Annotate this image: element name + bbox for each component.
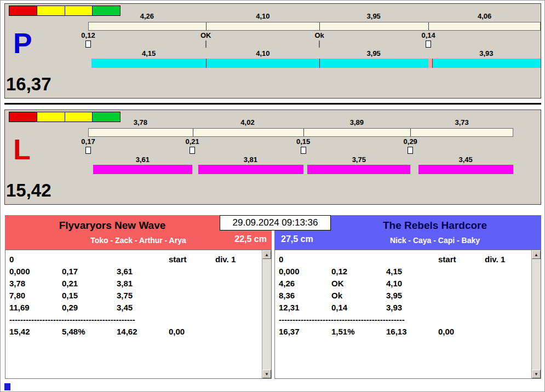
leg-segment (198, 165, 303, 174)
cell-exchange: 0,12 (331, 267, 386, 279)
cell-exchange: 0,17 (62, 267, 117, 279)
cell-leg: 4,15 (386, 267, 438, 279)
cell-zero: 0 (279, 255, 331, 267)
cell-leg: 3,75 (117, 291, 169, 303)
table-divider: ----------------------------------------… (279, 315, 527, 327)
exchange-marker-box (85, 147, 91, 154)
split-row: 7,80 0,15 3,75 (9, 291, 257, 303)
section-divider (4, 103, 541, 105)
table-header-row: 0 start div. 1 (279, 255, 527, 267)
split-time-label: 4,06 (478, 12, 491, 20)
bar-divider-tick (410, 129, 411, 136)
p-lane-panel: P 4,26 4,10 3,95 4,06 0,12 OK Ok 0,14 4,… (4, 3, 541, 99)
p-total-time: 16,37 (6, 74, 51, 95)
leg-segment (91, 59, 206, 68)
l-leg-bar (88, 165, 513, 174)
cell-leg: 3,93 (386, 303, 438, 315)
cell-cumulative: 0,000 (279, 267, 331, 279)
leg-time-label: 3,45 (458, 155, 472, 164)
l-split-bar (88, 128, 513, 137)
split-time-label: 4,02 (240, 118, 254, 126)
cell-leg: 3,61 (117, 267, 169, 279)
l-track: 3,78 4,02 3,89 3,73 0,17 0,21 0,15 0,29 … (88, 110, 513, 204)
cell-leg-sum: 14,62 (117, 327, 169, 339)
split-time-label: 4,10 (256, 12, 269, 20)
split-row: 3,78 0,21 3,81 (9, 279, 257, 291)
l-lane-panel: L 3,78 4,02 3,89 3,73 0,17 0,21 0,15 0,2… (4, 109, 541, 205)
cell-leg: 3,95 (386, 291, 438, 303)
bottom-left-blue-mark (4, 383, 10, 390)
scroll-track[interactable] (262, 259, 271, 370)
cell-cumulative: 8,36 (279, 291, 331, 303)
scroll-track[interactable] (532, 259, 541, 370)
bar-divider-tick (206, 22, 206, 30)
cell-cumulative: 3,78 (9, 279, 62, 291)
exchange-marker-tick (319, 41, 320, 48)
cell-percent: 5,48% (62, 327, 117, 339)
split-time-label: 3,89 (350, 118, 364, 126)
down-arrow-icon: ▼ (265, 372, 269, 377)
scroll-down-button[interactable]: ▼ (262, 370, 271, 378)
exchange-marker-box (301, 147, 306, 154)
table-divider: ----------------------------------------… (9, 315, 257, 327)
split-row: 11,69 0,29 3,45 (9, 303, 257, 315)
app-window: P 4,26 4,10 3,95 4,06 0,12 OK Ok 0,14 4,… (0, 0, 545, 392)
scroll-down-button[interactable]: ▼ (532, 370, 541, 378)
leg-time-label: 4,15 (142, 49, 156, 57)
exchange-time-label: 0,14 (421, 31, 435, 39)
split-row: 8,36 Ok 3,95 (279, 291, 527, 303)
right-distance-badge: 27,5 cm (281, 234, 313, 244)
l-lane-letter: L (13, 135, 31, 164)
left-team-members: Toko - Zack - Arthur - Arya (5, 236, 272, 245)
leg-segment (307, 165, 410, 174)
leg-segment (93, 165, 193, 174)
leg-segment (206, 59, 319, 68)
cell-start-label: start (169, 255, 215, 267)
leg-segment (418, 165, 513, 174)
p-lane-letter: P (13, 29, 32, 57)
leg-segment (319, 59, 428, 68)
exchange-marker-box (85, 41, 91, 48)
up-arrow-icon: ▲ (265, 252, 269, 257)
left-distance-badge: 22,5 cm (234, 234, 267, 244)
split-time-label: 3,95 (367, 12, 381, 20)
right-results-panel: 0 start div. 1 0,000 0,12 4,15 4,26 OK 4… (274, 250, 541, 379)
exchange-marker-tick (205, 41, 206, 48)
split-row: 0,000 0,17 3,61 (9, 267, 257, 279)
left-results-panel: 0 start div. 1 0,000 0,17 3,61 3,78 0,21… (5, 250, 272, 379)
totals-row: 15,42 5,48% 14,62 0,00 (9, 327, 257, 339)
cell-start-label: start (438, 255, 485, 267)
cell-exchange: OK (331, 279, 386, 291)
cell-leg: 3,81 (117, 279, 169, 291)
leg-time-label: 3,61 (136, 155, 150, 164)
cell-cumulative: 4,26 (279, 279, 331, 291)
leg-time-label: 3,93 (479, 49, 493, 57)
exchange-time-label: Ok (314, 31, 324, 39)
exchange-time-label: 0,17 (81, 137, 95, 146)
scroll-up-button[interactable]: ▲ (532, 250, 541, 259)
exchange-marker-box (408, 147, 413, 154)
cell-leg-sum: 16,13 (386, 327, 438, 339)
cell-percent: 1,51% (331, 327, 386, 339)
exchange-time-label: 0,12 (81, 31, 95, 39)
exchange-marker-box (190, 147, 195, 154)
split-time-label: 3,73 (455, 118, 468, 126)
bar-divider-tick (303, 129, 304, 136)
split-row: 12,31 0,14 3,93 (279, 303, 527, 315)
scroll-up-button[interactable]: ▲ (262, 250, 271, 259)
cell-exchange: 0,21 (62, 279, 117, 291)
left-scrollbar[interactable]: ▲ ▼ (262, 250, 271, 378)
right-team-name: The Rebels Hardcore (331, 220, 539, 232)
exchange-time-label: OK (200, 31, 211, 39)
leg-time-label: 3,81 (244, 155, 257, 164)
split-row: 0,000 0,12 4,15 (279, 267, 527, 279)
cell-start-value: 0,00 (438, 327, 485, 339)
cell-exchange: Ok (331, 291, 386, 303)
cell-cumulative: 0,000 (9, 267, 62, 279)
right-scrollbar[interactable]: ▲ ▼ (531, 250, 541, 378)
split-row: 4,26 OK 4,10 (279, 279, 527, 291)
cell-leg: 4,10 (386, 279, 438, 291)
leg-time-label: 3,95 (367, 49, 381, 57)
leg-time-label: 3,75 (352, 155, 366, 164)
split-time-label: 3,78 (134, 118, 147, 126)
